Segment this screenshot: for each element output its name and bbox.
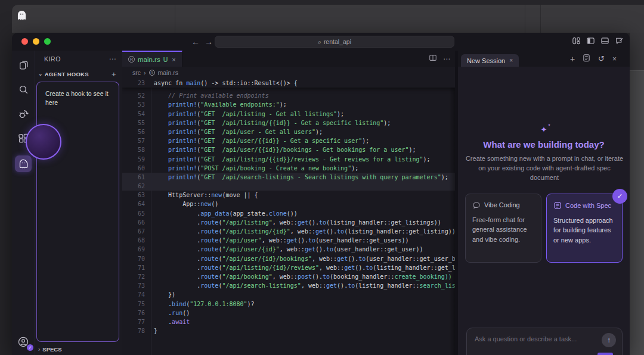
code-line[interactable]: 78} xyxy=(122,326,455,335)
code-line[interactable]: 61 println!("GET /api/search-listings - … xyxy=(122,173,455,182)
code-editor[interactable]: 23async fn main() -> std::io::Result<()>… xyxy=(122,79,455,355)
line-content[interactable]: .route("/api/user/{id}", web::get().to(u… xyxy=(145,245,423,254)
code-line[interactable]: 52 // Print available endpoints xyxy=(122,91,455,100)
toggle-chat-icon[interactable] xyxy=(615,36,624,45)
line-number[interactable]: 67 xyxy=(122,227,145,236)
line-content[interactable]: println!("Available endpoints:"); xyxy=(145,100,287,109)
panel-more-icon[interactable]: ⋯ xyxy=(109,55,116,63)
code-with-spec-card[interactable]: Code with Spec Structured approach for b… xyxy=(546,194,623,263)
line-number[interactable]: 23 xyxy=(122,79,145,88)
line-number[interactable]: 52 xyxy=(122,91,145,100)
code-line[interactable]: 65 .app_data(app_state.clone()) xyxy=(122,209,455,218)
line-number[interactable]: 76 xyxy=(122,309,145,317)
code-line[interactable]: 60 println!("POST /api/booking - Create … xyxy=(122,164,455,173)
code-line[interactable]: 76 .run() xyxy=(122,309,455,317)
close-window-button[interactable] xyxy=(21,38,28,45)
line-content[interactable]: } xyxy=(145,326,157,335)
line-content[interactable]: .run() xyxy=(145,309,190,317)
line-number[interactable]: 58 xyxy=(122,145,145,154)
line-number[interactable]: 54 xyxy=(122,110,145,119)
line-content[interactable]: .await xyxy=(145,317,190,326)
session-tab[interactable]: New Session × xyxy=(461,54,519,67)
line-content[interactable]: println!("POST /api/booking - Create a n… xyxy=(145,164,358,173)
line-content[interactable]: println!("GET /api/user - Get all users"… xyxy=(145,127,323,136)
toggle-sidebar-icon[interactable] xyxy=(586,36,595,45)
close-tab-icon[interactable]: × xyxy=(172,56,175,63)
code-line[interactable]: 53 println!("Available endpoints:"); xyxy=(122,100,455,109)
line-number[interactable]: 72 xyxy=(122,272,145,281)
accounts-icon[interactable]: ✓ xyxy=(16,335,30,349)
code-line[interactable]: 58 println!("GET /api/user/{{id}}/bookin… xyxy=(122,145,455,154)
line-content[interactable]: .route("/api/listing/{id}/reviews", web:… xyxy=(145,263,455,272)
command-center-search[interactable]: ⌕ rental_api xyxy=(215,36,454,48)
sticky-code-line[interactable]: 23async fn main() -> std::io::Result<()>… xyxy=(122,79,455,88)
breadcrumb-folder[interactable]: src xyxy=(132,69,141,76)
line-number[interactable]: 70 xyxy=(122,254,145,263)
line-content[interactable]: .route("/api/listing/{id}", web::get().t… xyxy=(145,227,455,236)
close-panel-icon[interactable]: × xyxy=(612,55,617,63)
line-number[interactable]: 65 xyxy=(122,209,145,218)
breadcrumb-file[interactable]: main.rs xyxy=(158,69,178,76)
code-line[interactable]: 68 .route("/api/user", web::get().to(use… xyxy=(122,236,455,245)
specs-section-header[interactable]: › SPECS xyxy=(35,344,122,355)
line-content[interactable] xyxy=(145,182,154,191)
chat-input[interactable]: Ask a question or describe a task... ↑ xyxy=(466,328,623,355)
code-line[interactable]: 69 .route("/api/user/{id}", web::get().t… xyxy=(122,245,455,254)
line-number[interactable]: 71 xyxy=(122,263,145,272)
code-line[interactable]: 62 xyxy=(122,182,455,191)
line-number[interactable]: 53 xyxy=(122,100,145,109)
line-content[interactable]: .app_data(app_state.clone()) xyxy=(145,209,298,218)
code-line[interactable]: 72 .route("/api/booking", web::post().to… xyxy=(122,272,455,281)
line-content[interactable]: // Print available endpoints xyxy=(145,91,269,100)
line-content[interactable]: .bind("127.0.0.1:8080")? xyxy=(145,300,255,309)
code-line[interactable]: 75 .bind("127.0.0.1:8080")? xyxy=(122,300,455,309)
sticky-scroll-line[interactable]: 23async fn main() -> std::io::Result<()>… xyxy=(122,79,455,88)
line-content[interactable]: HttpServer::new(move || { xyxy=(145,191,258,200)
breadcrumb[interactable]: src › R main.rs xyxy=(122,67,455,79)
line-content[interactable]: async fn main() -> std::io::Result<()> { xyxy=(145,79,298,88)
line-number[interactable]: 62 xyxy=(122,182,145,191)
line-number[interactable]: 61 xyxy=(122,173,145,182)
code-line[interactable]: 77 .await xyxy=(122,317,455,326)
line-content[interactable]: }) xyxy=(145,290,175,299)
editor-more-icon[interactable]: ⋯ xyxy=(443,55,450,63)
code-line[interactable]: 74 }) xyxy=(122,290,455,299)
line-number[interactable]: 69 xyxy=(122,245,145,254)
line-content[interactable]: App::new() xyxy=(145,200,218,208)
code-line[interactable]: 59 println!("GET /api/listing/{{id}}/rev… xyxy=(122,155,455,164)
customize-layout-icon[interactable] xyxy=(572,36,581,45)
code-line[interactable]: 54 println!("GET /api/listing - Get all … xyxy=(122,110,455,119)
code-line[interactable]: 55 println!("GET /api/listing/{{id}} - G… xyxy=(122,119,455,127)
new-session-icon[interactable]: + xyxy=(570,54,575,64)
split-editor-icon[interactable] xyxy=(429,54,437,64)
code-line[interactable]: 70 .route("/api/user/{id}/bookings", web… xyxy=(122,254,455,263)
code-line[interactable]: 73 .route("/api/search-listings", web::g… xyxy=(122,281,455,290)
history-icon[interactable]: ↺ xyxy=(598,54,605,63)
run-debug-icon[interactable] xyxy=(16,107,30,121)
line-content[interactable]: .route("/api/listing", web::get().to(lis… xyxy=(145,218,441,227)
line-number[interactable]: 68 xyxy=(122,236,145,245)
line-number[interactable]: 56 xyxy=(122,127,145,136)
explorer-icon[interactable] xyxy=(16,58,30,72)
code-line[interactable]: 71 .route("/api/listing/{id}/reviews", w… xyxy=(122,263,455,272)
line-number[interactable]: 74 xyxy=(122,290,145,299)
line-content[interactable]: .route("/api/user", web::get().to(user_h… xyxy=(145,236,409,245)
line-content[interactable]: .route("/api/search-listings", web::get(… xyxy=(145,281,455,290)
search-sidebar-icon[interactable] xyxy=(16,82,30,96)
toggle-panel-icon[interactable] xyxy=(600,36,609,45)
send-button[interactable]: ↑ xyxy=(602,333,616,347)
line-number[interactable]: 59 xyxy=(122,155,145,164)
line-content[interactable]: .route("/api/booking", web::post().to(bo… xyxy=(145,272,452,281)
add-hook-icon[interactable]: + xyxy=(112,70,116,79)
line-number[interactable]: 64 xyxy=(122,200,145,208)
line-content[interactable]: println!("GET /api/listing - Get all lis… xyxy=(145,110,344,119)
line-content[interactable]: .route("/api/user/{id}/bookings", web::g… xyxy=(145,254,455,263)
close-session-icon[interactable]: × xyxy=(509,57,513,64)
line-content[interactable]: println!("GET /api/user/{{id}}/bookings … xyxy=(145,145,416,154)
kiro-chat-icon[interactable] xyxy=(15,155,32,172)
line-number[interactable]: 60 xyxy=(122,164,145,173)
task-list-icon[interactable] xyxy=(583,54,590,64)
minimize-window-button[interactable] xyxy=(33,38,39,45)
line-number[interactable]: 73 xyxy=(122,281,145,290)
code-lines[interactable]: 52 // Print available endpoints53 printl… xyxy=(122,91,455,335)
